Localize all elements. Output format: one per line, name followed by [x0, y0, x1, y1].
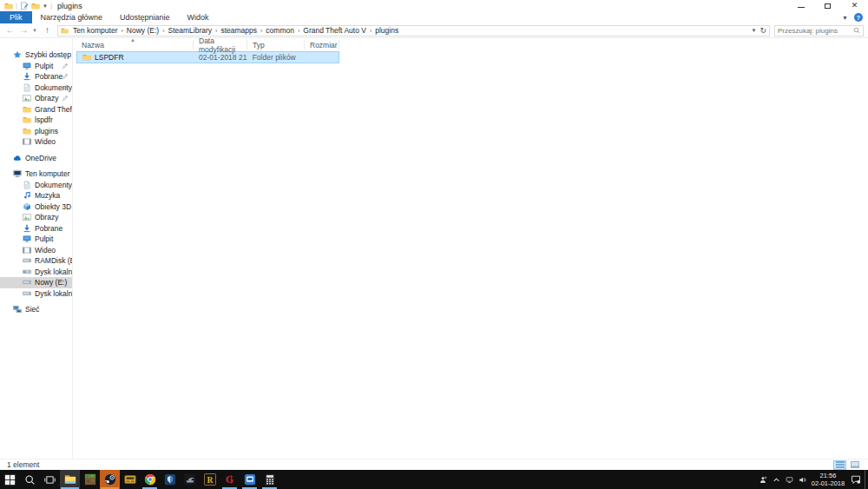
sidebar-item-grand-theft-auto-v[interactable]: Grand Theft Auto V: [0, 104, 72, 116]
column-header-size[interactable]: Rozmiar: [305, 40, 339, 50]
sidebar-item-obrazy[interactable]: Obrazy: [0, 212, 72, 223]
sidebar-item-nowy-e-[interactable]: Nowy (E:): [0, 277, 72, 288]
sidebar-item-obiekty-3d[interactable]: Obiekty 3D: [0, 202, 72, 213]
file-explorer-button[interactable]: [60, 470, 80, 489]
gta-money-app-button[interactable]: G: [220, 470, 240, 489]
sidebar-item-szybki-dost-p[interactable]: Szybki dostęp: [0, 50, 72, 61]
blue-game-app-button[interactable]: [160, 470, 180, 489]
svg-text:R: R: [207, 475, 214, 485]
chrome-button[interactable]: [140, 470, 160, 489]
minimize-button[interactable]: [787, 0, 814, 11]
gold-toolbox-app-button[interactable]: [120, 470, 140, 489]
breadcrumb-item[interactable]: common: [264, 26, 296, 35]
drive-icon: [23, 289, 31, 298]
ribbon-tab-strip: Plik Narzędzia główneUdostępnianieWidok …: [0, 11, 868, 23]
task-view-button[interactable]: [40, 470, 60, 489]
maximize-button[interactable]: [814, 0, 841, 11]
sidebar-item-obrazy[interactable]: Obrazy: [0, 93, 72, 104]
breadcrumb-item[interactable]: steamapps: [219, 26, 259, 35]
tray-input-indicator-icon[interactable]: [757, 470, 770, 489]
navigation-pane: Szybki dostępPulpitPobraneDokumentyObraz…: [0, 38, 73, 459]
breadcrumb-item[interactable]: Ten komputer: [71, 26, 120, 35]
column-header-date[interactable]: Data modyfikacji: [194, 40, 247, 50]
column-header-type[interactable]: Typ: [247, 40, 305, 50]
tab-widok[interactable]: Widok: [179, 11, 218, 23]
taskbar-search-button[interactable]: [20, 470, 40, 489]
sidebar-item-onedrive[interactable]: OneDrive: [0, 153, 72, 164]
ribbon-tabs: Narzędzia główneUdostępnianieWidok: [32, 11, 218, 23]
sidebar-item-label: Ten komputer: [25, 169, 70, 178]
sidebar-item-label: plugins: [35, 127, 58, 135]
sidebar-item-wideo[interactable]: Wideo: [0, 245, 72, 256]
address-bar[interactable]: Ten komputer›Nowy (E:)›SteamLibrary›stea…: [57, 25, 770, 36]
minecraft-button[interactable]: [80, 470, 100, 489]
recent-locations-chevron-icon[interactable]: ▼: [32, 28, 39, 33]
sidebar-item-ramdisk-b-[interactable]: RAMDisk (B:): [0, 255, 72, 267]
world-of-tanks-button[interactable]: [180, 470, 200, 489]
sidebar-item-pobrane[interactable]: Pobrane: [0, 223, 72, 235]
volume-tray-icon[interactable]: [796, 470, 809, 489]
tab-file[interactable]: Plik: [0, 11, 32, 23]
rage-plugin-hook-button[interactable]: R: [200, 470, 220, 489]
document-icon: [23, 181, 31, 189]
breadcrumb-item[interactable]: Grand Theft Auto V: [301, 26, 368, 35]
start-icon: [4, 474, 16, 486]
sidebar-item-dysk-lokalny-c-[interactable]: Dysk lokalny (C:): [0, 267, 72, 278]
sidebar-item-dokumenty[interactable]: Dokumenty: [0, 83, 72, 94]
calculator-button[interactable]: [260, 470, 279, 489]
forward-button[interactable]: →: [18, 26, 30, 35]
details-view-button[interactable]: [833, 460, 846, 470]
folder-icon: [23, 105, 31, 114]
sidebar-item-pulpit[interactable]: Pulpit: [0, 61, 72, 72]
sidebar-item-ten-komputer[interactable]: Ten komputer: [0, 169, 72, 180]
new-folder-icon[interactable]: [31, 2, 40, 10]
minimize-icon: [798, 3, 805, 8]
desktop-icon: [23, 62, 31, 70]
sidebar-item-muzyka[interactable]: Muzyka: [0, 190, 72, 202]
picture-icon: [23, 94, 31, 102]
sidebar-item-label: Obrazy: [35, 94, 58, 102]
sidebar-item-label: Dokumenty: [35, 181, 72, 189]
help-icon[interactable]: ?: [854, 13, 863, 22]
address-dropdown-chevron-icon[interactable]: ▼: [752, 28, 757, 33]
close-button[interactable]: ✕: [841, 0, 868, 11]
taskbar: RG 21:56 02-01-2018: [0, 470, 868, 489]
up-button[interactable]: ↑: [42, 26, 53, 35]
search-input[interactable]: [778, 27, 853, 35]
properties-icon[interactable]: [20, 2, 29, 10]
star-icon: [13, 50, 22, 59]
breadcrumb-item[interactable]: Nowy (E:): [125, 26, 161, 35]
sidebar-item-label: Pobrane: [35, 72, 62, 81]
drive-windows-icon: [23, 268, 31, 276]
sidebar-item-label: Sieć: [25, 305, 40, 314]
action-center-button[interactable]: [847, 470, 865, 489]
column-header-name[interactable]: Nazwa: [76, 40, 194, 50]
file-list-pane: ▲ NazwaData modyfikacjiTypRozmiar LSPDFR…: [73, 38, 868, 459]
tab-narzędzia-główne[interactable]: Narzędzia główne: [32, 11, 112, 23]
customize-qat-chevron-icon[interactable]: ▼: [43, 3, 48, 9]
sidebar-item-wideo[interactable]: Wideo: [0, 136, 72, 148]
back-button[interactable]: ←: [4, 26, 16, 35]
network-tray-icon[interactable]: [783, 470, 796, 489]
sidebar-item-dokumenty[interactable]: Dokumenty: [0, 180, 72, 191]
sidebar-item-plugins[interactable]: plugins: [0, 126, 72, 137]
sidebar-item-pobrane[interactable]: Pobrane: [0, 71, 72, 83]
expand-ribbon-chevron-icon[interactable]: ▼: [842, 15, 848, 21]
steam-button[interactable]: [100, 470, 120, 489]
large-icons-view-button[interactable]: [848, 460, 861, 470]
separator: |: [16, 3, 17, 10]
start-button[interactable]: [0, 470, 20, 489]
sidebar-item-lspdfr[interactable]: lspdfr: [0, 115, 72, 126]
breadcrumb-item[interactable]: SteamLibrary: [167, 26, 214, 35]
tab-udostępnianie[interactable]: Udostępnianie: [111, 11, 179, 23]
sidebar-item-pulpit[interactable]: Pulpit: [0, 234, 72, 245]
blue-window-app-button[interactable]: [240, 470, 260, 489]
show-desktop-button[interactable]: [865, 470, 868, 489]
sidebar-item-dysk-lokalny-g-[interactable]: Dysk lokalny (G:): [0, 288, 72, 300]
folder-icon: [82, 53, 91, 62]
sidebar-item-sie-[interactable]: Sieć: [0, 304, 72, 315]
breadcrumb-item[interactable]: plugins: [373, 26, 400, 35]
taskbar-clock[interactable]: 21:56 02-01-2018: [809, 472, 847, 487]
refresh-icon[interactable]: ↻: [760, 27, 766, 35]
hidden-icons-chevron-icon[interactable]: [770, 470, 783, 489]
